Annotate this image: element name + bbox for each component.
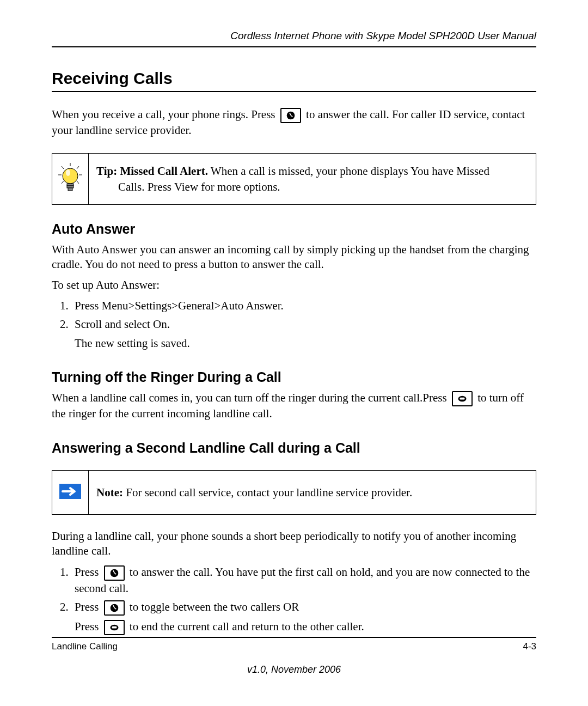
auto-answer-steps: Press Menu>Settings>General>Auto Answer.… (52, 298, 536, 351)
svg-rect-11 (67, 186, 74, 188)
step1-before: Press (75, 565, 102, 579)
lightbulb-icon (56, 162, 84, 197)
footer-section: Landline Calling (52, 641, 118, 652)
svg-rect-10 (67, 184, 74, 186)
tip-bold: Tip: Missed Call Alert. (96, 165, 208, 178)
step2-before: Press (75, 600, 102, 613)
footer-version: v1.0, November 2006 (52, 664, 536, 675)
second-call-steps: Press to answer the call. You have put t… (52, 564, 536, 636)
svg-point-8 (63, 168, 78, 184)
end-key-icon (104, 620, 125, 635)
end-key-icon (452, 391, 473, 406)
step2b-before: Press (75, 620, 102, 633)
tip-text: Tip: Missed Call Alert. When a call is m… (89, 154, 499, 204)
talk-key-icon (280, 108, 301, 123)
ringer-off-heading: Turning off the Ringer During a Call (52, 369, 536, 385)
footer-page-number: 4-3 (523, 641, 536, 652)
page-footer: Landline Calling 4-3 v1.0, November 2006 (52, 637, 536, 675)
list-item: Press to answer the call. You have put t… (71, 564, 536, 597)
ringer-text-before: When a landline call comes in, you can t… (52, 391, 450, 404)
auto-answer-p2: To set up Auto Answer: (52, 278, 536, 293)
note-icon-cell (52, 471, 89, 514)
intro-paragraph: When you receive a call, your phone ring… (52, 107, 536, 138)
svg-rect-19 (112, 626, 117, 629)
note-callout: Note: For second call service, contact y… (52, 470, 536, 515)
svg-rect-12 (68, 188, 72, 191)
svg-line-6 (62, 181, 64, 184)
note-bold: Note: (96, 486, 123, 499)
step2-after: to toggle between the two callers OR (130, 600, 299, 613)
footer-rule (52, 637, 536, 638)
svg-line-7 (77, 181, 79, 184)
tip-callout: Tip: Missed Call Alert. When a call is m… (52, 153, 536, 205)
step2b-after: to end the current call and return to th… (130, 620, 364, 633)
tip-line2: Calls. Press View for more options. (118, 179, 489, 194)
step-result: The new setting is saved. (75, 336, 536, 351)
arrow-right-icon (59, 484, 81, 501)
intro-text-before: When you receive a call, your phone ring… (52, 108, 278, 121)
note-rest: For second call service, contact your la… (123, 486, 412, 499)
running-header: Cordless Internet Phone with Skype Model… (52, 30, 536, 42)
auto-answer-p1: With Auto Answer you can answer an incom… (52, 242, 536, 272)
svg-rect-14 (460, 398, 464, 400)
step1-after: to answer the call. You have put the fir… (75, 565, 530, 595)
step-text: Scroll and select On. (75, 318, 170, 331)
page-title: Receiving Calls (52, 69, 536, 92)
tip-line1: When a call is missed, your phone displa… (208, 165, 489, 178)
second-call-p1: During a landline call, your phone sound… (52, 529, 536, 559)
auto-answer-heading: Auto Answer (52, 221, 536, 237)
list-item: Press Menu>Settings>General>Auto Answer. (71, 298, 536, 313)
list-item: Scroll and select On. The new setting is… (71, 317, 536, 351)
note-text: Note: For second call service, contact y… (89, 471, 422, 514)
tip-icon-cell (52, 154, 89, 204)
step-text: Press Menu>Settings>General>Auto Answer. (75, 299, 284, 312)
second-call-heading: Answering a Second Landline Call during … (52, 440, 536, 456)
talk-key-icon (104, 600, 125, 616)
list-item: Press to toggle between the two callers … (71, 599, 536, 635)
svg-line-2 (62, 166, 64, 169)
svg-point-9 (66, 169, 70, 176)
talk-key-icon (104, 565, 125, 581)
ringer-off-paragraph: When a landline call comes in, you can t… (52, 391, 536, 421)
svg-line-3 (77, 166, 79, 169)
manual-page: Cordless Internet Phone with Skype Model… (0, 0, 588, 706)
header-rule (52, 46, 536, 47)
step2b: Press to end the current call and return… (75, 619, 536, 635)
